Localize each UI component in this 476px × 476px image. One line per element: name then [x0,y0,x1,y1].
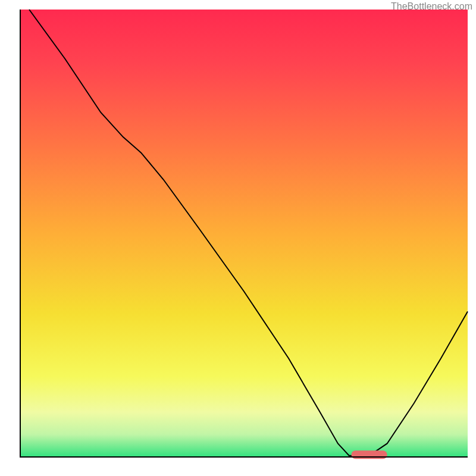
gradient-bg [20,10,468,457]
watermark: TheBottleneck.com [391,1,472,12]
optimal-marker [351,450,387,459]
chart-svg [8,8,469,469]
